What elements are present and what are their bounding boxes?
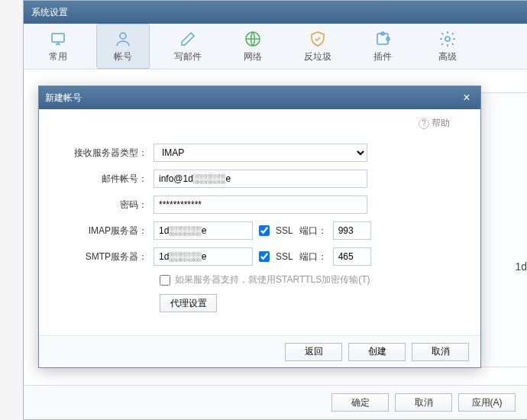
tabs-bar: 常用 帐号 写邮件 网络 反垃圾: [24, 24, 527, 69]
smtp-label: SMTP服务器：: [70, 250, 154, 263]
ok-button[interactable]: 确定: [331, 393, 389, 412]
port-label: 端口：: [299, 250, 327, 263]
shield-icon: [309, 30, 327, 48]
server-type-label: 接收服务器类型：: [70, 147, 154, 160]
starttls-checkbox[interactable]: [160, 275, 170, 286]
dialog-body: ? 帮助 接收服务器类型： IMAP 邮件帐号： 密码： IMAP服务器： SS…: [39, 109, 480, 320]
svg-point-6: [445, 37, 450, 41]
main-titlebar: 系统设置: [24, 1, 527, 24]
gear-icon: [438, 30, 457, 48]
dialog-cancel-button[interactable]: 取消: [412, 343, 469, 361]
globe-icon: [244, 30, 262, 48]
starttls-label: 如果服务器支持，就使用STARTTLS加密传输(T): [175, 273, 370, 286]
smtp-server-field[interactable]: [154, 247, 253, 266]
tab-plugin[interactable]: 插件: [356, 24, 409, 69]
svg-point-1: [120, 33, 126, 39]
proxy-settings-button[interactable]: 代理设置: [160, 294, 217, 312]
tab-label: 反垃圾: [304, 50, 331, 63]
background-text: 1d: [515, 260, 527, 273]
tab-label: 写邮件: [174, 50, 202, 63]
ssl-label: SSL: [276, 251, 293, 262]
person-icon: [114, 30, 132, 48]
tab-advanced[interactable]: 高级: [421, 24, 474, 69]
tab-account[interactable]: 帐号: [96, 24, 150, 69]
smtp-port-field[interactable]: [333, 247, 371, 266]
close-icon[interactable]: ×: [459, 90, 474, 105]
create-button[interactable]: 创建: [348, 343, 406, 361]
smtp-ssl-checkbox[interactable]: [259, 251, 270, 262]
main-title: 系统设置: [31, 6, 68, 19]
monitor-icon: [49, 30, 67, 48]
tab-compose[interactable]: 写邮件: [161, 24, 215, 69]
help-text: 帮助: [432, 117, 450, 130]
cancel-button[interactable]: 取消: [395, 393, 452, 412]
password-label: 密码：: [70, 199, 154, 212]
back-button[interactable]: 返回: [285, 343, 342, 361]
tab-general[interactable]: 常用: [31, 24, 85, 69]
help-icon: ?: [419, 118, 429, 129]
pencil-icon: [179, 30, 197, 48]
email-field[interactable]: [154, 170, 367, 188]
imap-ssl-checkbox[interactable]: [259, 225, 270, 236]
starttls-row: 如果服务器支持，就使用STARTTLS加密传输(T): [160, 273, 450, 286]
tab-label: 常用: [49, 50, 67, 63]
email-label: 邮件帐号：: [70, 173, 154, 186]
main-footer: 确定 取消 应用(A): [24, 385, 527, 419]
dialog-titlebar: 新建帐号 ×: [39, 86, 480, 109]
new-account-dialog: 新建帐号 × ? 帮助 接收服务器类型： IMAP 邮件帐号： 密码： IMAP…: [38, 86, 481, 368]
imap-label: IMAP服务器：: [70, 225, 154, 237]
svg-rect-0: [52, 34, 64, 42]
dialog-title-text: 新建帐号: [45, 92, 82, 105]
ssl-label: SSL: [276, 225, 293, 236]
tab-label: 网络: [244, 50, 262, 63]
tab-label: 高级: [438, 50, 457, 63]
port-label: 端口：: [299, 225, 327, 237]
tab-label: 帐号: [114, 50, 132, 63]
apply-button[interactable]: 应用(A): [458, 393, 516, 412]
help-link[interactable]: ? 帮助: [419, 117, 450, 130]
puzzle-icon: [373, 30, 392, 48]
imap-port-field[interactable]: [333, 221, 371, 240]
tab-network[interactable]: 网络: [226, 24, 280, 69]
password-field[interactable]: [154, 195, 367, 214]
tab-label: 插件: [373, 50, 392, 63]
server-type-select[interactable]: IMAP: [154, 144, 367, 162]
tab-antispam[interactable]: 反垃圾: [291, 24, 344, 69]
dialog-footer: 返回 创建 取消: [39, 335, 480, 367]
imap-server-field[interactable]: [154, 221, 253, 240]
